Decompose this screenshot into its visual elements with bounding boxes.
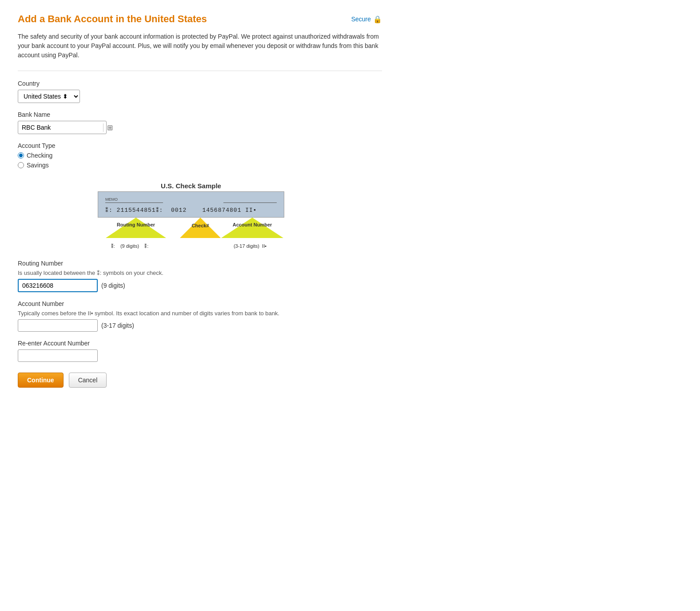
routing-section: Routing Number Is usually located betwee… [18,260,382,292]
account-input-row: (3-17 digits) [18,319,382,332]
savings-option[interactable]: Savings [18,162,382,169]
account-type-label: Account Type [18,142,382,149]
savings-radio[interactable] [18,162,24,168]
check-numbers: ⁑: 2115544851⁑: 0012 1456874801 II▪ [105,206,277,214]
account-number-section: Account Number Typically comes before th… [18,300,382,332]
continue-button[interactable]: Continue [18,373,64,388]
buttons-row: Continue Cancel [18,373,382,388]
check-arrows-area: Routing Number Check# Account Number [98,218,284,243]
checking-option[interactable]: Checking [18,152,382,159]
routing-label: Routing Number [18,260,382,267]
check-name-area: MEMO [105,197,163,203]
digits-row: ⁑: (9 digits) ⁑: (3-17 digits) II▪ [98,243,284,249]
routing-helper-text: Is usually located between the ⁑: symbol… [18,270,382,276]
routing-number-input[interactable] [18,279,98,292]
bank-name-input[interactable] [18,121,103,134]
checking-label: Checking [27,152,52,159]
reenter-section: Re-enter Account Number [18,340,382,362]
routing-triangle [106,218,166,238]
country-section: Country United States ⬍ Canada United Ki… [18,80,382,103]
secure-link[interactable]: Secure 🔒 [351,15,382,24]
divider [18,71,382,71]
bank-name-wrapper: ⊞ [18,121,107,134]
bank-name-section: Bank Name ⊞ [18,111,382,134]
checking-radio[interactable] [18,152,24,159]
routing-input-row: (9 digits) [18,279,382,292]
check-image: MEMO ⁑: 2115544851⁑: 0012 1456874801 II▪ [98,191,284,218]
bank-name-label: Bank Name [18,111,382,118]
lock-icon: 🔒 [373,15,382,24]
account-digits-hint: (3-17 digits) [101,322,134,329]
description-text: The safety and security of your bank acc… [18,32,382,60]
account-digits-label: (3-17 digits) II▪ [217,243,283,249]
check-sample-diagram: U.S. Check Sample MEMO ⁑: 2115544851⁑: 0… [98,182,284,249]
account-triangle [221,218,283,238]
bank-lookup-icon[interactable]: ⊞ [103,123,116,132]
account-type-section: Account Type Checking Savings [18,142,382,169]
country-label: Country [18,80,382,87]
country-select[interactable]: United States ⬍ Canada United Kingdom Au… [18,90,80,103]
check-date-line [223,197,277,203]
check-triangle-label: Check# [180,223,221,228]
account-number-label: Account Number [18,300,382,307]
cancel-button[interactable]: Cancel [69,373,107,388]
routing-triangle-label: Routing Number [106,222,166,227]
routing-digits-label: ⁑: (9 digits) ⁑: [99,243,161,249]
reenter-account-input[interactable] [18,349,98,362]
account-number-input[interactable] [18,319,98,332]
secure-label: Secure [351,16,371,23]
savings-label: Savings [27,162,49,169]
check-name-label: MEMO [105,197,163,202]
check-top-row: MEMO [105,197,277,203]
routing-digits-hint: (9 digits) [101,282,125,289]
check-name-line [105,202,163,203]
check-sample-title: U.S. Check Sample [98,182,284,190]
reenter-label: Re-enter Account Number [18,340,382,347]
account-helper-text: Typically comes before the II▪ symbol. I… [18,310,382,317]
page-title: Add a Bank Account in the United States [18,13,207,25]
account-triangle-label: Account Number [221,222,283,227]
check-digits-label [169,243,209,249]
